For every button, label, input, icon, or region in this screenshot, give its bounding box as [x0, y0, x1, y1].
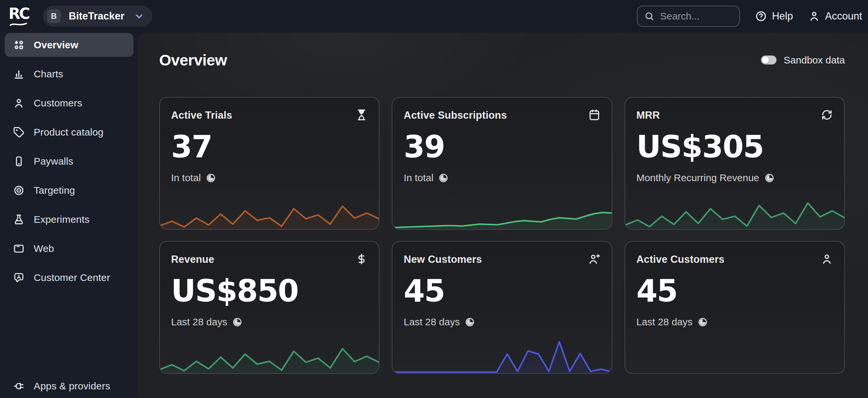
sidebar-item-label: Targeting [34, 185, 75, 196]
metric-card-mrr: MRR US$305 Monthly Recurring Revenue [625, 97, 845, 230]
bar-chart-icon [13, 68, 25, 80]
sidebar-item-apps-providers[interactable]: Apps & providers [5, 374, 133, 398]
grid-icon [13, 39, 25, 51]
sidebar-item-label: Charts [34, 68, 63, 80]
refresh-icon [821, 109, 833, 121]
sidebar-item-customers[interactable]: Customers [5, 91, 133, 115]
sparkline-chart [392, 194, 611, 229]
card-subtitle: Last 28 days [637, 316, 693, 328]
search-input[interactable] [660, 10, 733, 22]
page-title: Overview [159, 51, 227, 69]
time-period-icon [698, 317, 708, 327]
time-period-icon [465, 317, 475, 327]
time-period-icon [764, 173, 775, 183]
account-user-icon [808, 10, 820, 22]
sidebar-item-label: Web [34, 243, 54, 254]
sidebar-item-paywalls[interactable]: Paywalls [5, 149, 133, 173]
sidebar-item-label: Overview [34, 39, 78, 51]
card-value: 45 [637, 276, 833, 307]
metric-card-active-trials: Active Trials 37 In total [159, 97, 379, 230]
main-header: Overview Sandbox data [138, 32, 868, 69]
sidebar-item-experiments[interactable]: Experiments [5, 207, 133, 231]
card-value: US$850 [171, 276, 368, 307]
logo-text: RC [8, 5, 29, 23]
sparkline-chart [160, 338, 379, 373]
project-badge: B [47, 9, 61, 23]
tag-icon [13, 126, 25, 138]
main-panel: Overview Sandbox data Active Trials 37 I… [138, 32, 868, 398]
sparkline-chart [160, 194, 379, 229]
card-title: Active Subscriptions [404, 109, 507, 121]
sidebar-item-overview[interactable]: Overview [5, 33, 133, 57]
sidebar-item-targeting[interactable]: Targeting [5, 178, 133, 202]
metric-card-revenue: Revenue US$850 Last 28 days [159, 241, 379, 374]
revenuecat-logo[interactable]: RC [8, 5, 36, 28]
smartphone-icon [13, 156, 25, 167]
sidebar: Overview Charts Customers Product catalo… [0, 32, 138, 398]
card-value: 39 [404, 132, 600, 162]
sidebar-item-customer-center[interactable]: Customer Center [5, 266, 133, 290]
help-icon [755, 10, 767, 22]
time-period-icon [438, 173, 448, 183]
card-title: New Customers [404, 254, 482, 265]
metric-card-active-subscriptions: Active Subscriptions 39 In total [392, 97, 612, 230]
card-subtitle: Last 28 days [404, 316, 460, 328]
metric-cards-grid: Active Trials 37 In total Active Subscri… [159, 97, 845, 374]
target-icon [13, 185, 25, 196]
card-subtitle: In total [171, 172, 201, 183]
sidebar-item-label: Product catalog [34, 126, 103, 138]
project-name: BiteTracker [69, 10, 125, 22]
browser-icon [13, 243, 25, 254]
flask-icon [13, 214, 25, 225]
card-subtitle: Last 28 days [171, 316, 227, 328]
hourglass-icon [355, 109, 368, 121]
sidebar-item-charts[interactable]: Charts [5, 62, 133, 86]
card-subtitle: In total [404, 172, 433, 183]
user-icon [821, 253, 833, 265]
card-value: US$305 [637, 132, 833, 162]
sidebar-item-web[interactable]: Web [5, 237, 133, 260]
card-subtitle: Monthly Recurring Revenue [637, 172, 760, 183]
sandbox-toggle[interactable] [761, 56, 776, 64]
project-switcher[interactable]: B BiteTracker [43, 6, 152, 27]
time-period-icon [232, 317, 242, 327]
help-label: Help [772, 10, 793, 22]
card-value: 37 [171, 132, 368, 162]
card-title: Revenue [171, 254, 214, 265]
sidebar-item-label: Experiments [34, 214, 90, 225]
calendar-icon [588, 109, 600, 121]
sidebar-item-label: Apps & providers [34, 380, 110, 392]
search-icon [644, 11, 655, 22]
dollar-icon [355, 253, 368, 265]
sandbox-toggle-knob [762, 57, 769, 63]
chevron-down-icon [134, 11, 144, 22]
card-title: Active Trials [171, 109, 232, 121]
chat-user-icon [13, 272, 25, 283]
card-value: 45 [404, 276, 600, 307]
sparkline-chart [392, 338, 611, 373]
search-box[interactable] [637, 6, 740, 27]
logo-swoosh-icon [9, 22, 28, 27]
account-label: Account [825, 10, 862, 22]
sidebar-item-label: Customer Center [34, 272, 110, 283]
user-icon [13, 97, 25, 109]
sandbox-toggle-group: Sandbox data [761, 55, 845, 66]
user-plus-icon [588, 253, 600, 265]
metric-card-new-customers: New Customers 45 Last 28 days [392, 241, 612, 374]
card-title: Active Customers [637, 254, 725, 265]
card-title: MRR [637, 109, 660, 121]
account-button[interactable]: Account [808, 10, 862, 22]
sidebar-item-label: Paywalls [34, 156, 73, 167]
help-button[interactable]: Help [755, 10, 793, 22]
sandbox-toggle-label: Sandbox data [784, 55, 845, 66]
topbar: RC B BiteTracker Help Account [0, 0, 868, 32]
sidebar-item-label: Customers [34, 97, 82, 109]
sparkline-chart [625, 338, 844, 373]
time-period-icon [206, 173, 216, 183]
sparkline-chart [625, 194, 844, 229]
metric-card-active-customers: Active Customers 45 Last 28 days [625, 241, 845, 374]
sidebar-item-product-catalog[interactable]: Product catalog [5, 120, 133, 144]
plug-icon [13, 380, 25, 392]
topbar-right: Help Account [637, 6, 862, 27]
